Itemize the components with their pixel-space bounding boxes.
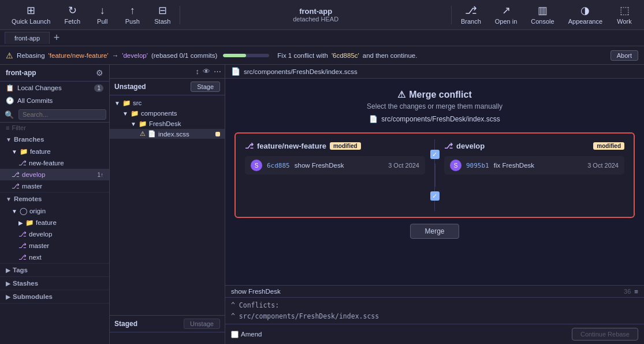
sidebar-remote-origin[interactable]: ▼ ◯ origin <box>0 205 109 217</box>
diff-area: show FreshDesk 36 ≡ ^ Conflicts: ^ src/c… <box>225 285 644 324</box>
appearance-button[interactable]: ◑ Appearance <box>561 3 609 27</box>
push-button[interactable]: ↑ Push <box>117 3 147 27</box>
rebase-arrow: → <box>112 52 119 59</box>
pull-icon: ↓ <box>100 5 105 16</box>
file-icon: 📄 <box>148 130 156 138</box>
components-folder-icon: 📁 <box>131 109 139 117</box>
file-panel-icons: ↕ 👁 ⋯ <box>196 67 222 76</box>
rebase-progress-fill <box>223 54 246 57</box>
eye-icon[interactable]: 👁 <box>203 67 210 76</box>
tags-header[interactable]: ▶ Tags <box>0 264 109 276</box>
remote-feature-icon: 📁 <box>25 219 33 227</box>
branches-chevron: ▼ <box>6 136 12 143</box>
console-button[interactable]: ▥ Console <box>524 3 561 27</box>
fetch-button[interactable]: ↻ Fetch <box>57 3 87 27</box>
left-commit-avatar: S <box>251 160 262 171</box>
branch-button[interactable]: ⎇ Branch <box>454 3 488 27</box>
remote-master-icon: ⎇ <box>18 242 27 250</box>
merge-button[interactable]: Merge <box>410 224 459 239</box>
continue-rebase-button[interactable]: Continue Rebase <box>572 328 638 341</box>
open-in-icon: ↗ <box>502 5 511 16</box>
merge-conflict-header: ⚠ Merge conflict Select the changes or m… <box>234 84 635 128</box>
freshdesk-chevron: ▼ <box>131 121 136 127</box>
rebase-commit-ref[interactable]: '6cd885c' <box>332 52 359 59</box>
stash-button[interactable]: ⊟ Stash <box>147 3 177 27</box>
sidebar-branch-new-feature[interactable]: ⎇ new-feature <box>0 157 109 169</box>
diff-menu-icon[interactable]: ≡ <box>634 288 638 295</box>
left-commit-hash: 6cd885 <box>267 162 290 169</box>
rebase-text-rebased: (rebased 0/1 commits) <box>151 52 217 59</box>
tabbar: front-app + <box>0 30 644 46</box>
repo-tab[interactable]: front-app <box>5 32 50 44</box>
remotes-group: ▼ Remotes ▼ ◯ origin ▶ 📁 feature ⎇ devel… <box>0 193 109 264</box>
left-branch-panel: ⎇ feature/new-feature modified S 6cd885 … <box>236 134 434 217</box>
file-warning-icon: ⚠ <box>140 130 146 138</box>
left-branch-icon: ⎇ <box>245 142 254 150</box>
submodules-group: ▶ Submodules <box>0 290 109 304</box>
sidebar-remote-master[interactable]: ⎇ master <box>0 240 109 251</box>
merge-file-icon: 📄 <box>369 115 378 123</box>
src-chevron: ▼ <box>114 100 120 106</box>
abort-button[interactable]: Abort <box>611 50 638 61</box>
merge-branches-container: ⎇ feature/new-feature modified S 6cd885 … <box>234 132 635 218</box>
main-layout: front-app ⚙ 📋 Local Changes 1 🕐 All Comm… <box>0 65 644 344</box>
remotes-header[interactable]: ▼ Remotes <box>0 193 109 205</box>
staged-header: Staged Unstage <box>110 316 225 332</box>
sort-icon[interactable]: ↕ <box>196 67 200 76</box>
sidebar-remote-next[interactable]: ⎇ next <box>0 251 109 263</box>
unstaged-label: Unstaged <box>114 83 146 91</box>
left-commit-date: 3 Oct 2024 <box>388 162 419 169</box>
branch-develop-icon: ⎇ <box>12 171 20 179</box>
right-commit-item: S 9095b1 fix FreshDesk 3 Oct 2024 <box>444 156 624 175</box>
search-input[interactable] <box>18 109 106 120</box>
fetch-icon: ↻ <box>68 5 77 16</box>
origin-chevron: ▼ <box>12 208 17 214</box>
stage-button[interactable]: Stage <box>191 82 220 92</box>
more-icon[interactable]: ⋯ <box>214 67 221 76</box>
sidebar-filter: ≡ Filter <box>0 123 109 133</box>
unstage-button[interactable]: Unstage <box>184 319 220 329</box>
sidebar-branch-develop[interactable]: ⎇ develop 1↑ <box>0 169 109 180</box>
src-folder[interactable]: ▼ 📁 src <box>110 98 225 108</box>
branches-group: ▼ Branches ▼ 📁 feature ⎇ new-feature ⎇ d… <box>0 133 109 193</box>
merge-conflict-file: 📄 src/components/FreshDesk/index.scss <box>369 115 500 123</box>
right-branch-icon: ⎇ <box>444 142 453 150</box>
sidebar-item-local-changes[interactable]: 📋 Local Changes 1 <box>0 82 109 94</box>
freshdesk-folder[interactable]: ▼ 📁 FreshDesk <box>110 119 225 129</box>
head-label: detached HEAD <box>293 16 338 23</box>
rebase-progress-bar <box>223 54 269 57</box>
amend-checkbox[interactable] <box>231 331 239 338</box>
branches-header[interactable]: ▼ Branches <box>0 133 109 146</box>
staged-section: Staged Unstage <box>110 315 225 344</box>
pull-button[interactable]: ↓ Pull <box>87 3 117 27</box>
settings-icon[interactable]: ⚙ <box>96 68 103 77</box>
stashes-header[interactable]: ▶ Stashes <box>0 277 109 290</box>
quick-launch-button[interactable]: ⊞ Quick Launch <box>5 3 57 27</box>
stashes-chevron: ▶ <box>6 280 10 287</box>
submodules-header[interactable]: ▶ Submodules <box>0 290 109 303</box>
filter-icon: ≡ <box>6 124 9 131</box>
amend-label[interactable]: Amend <box>231 331 262 338</box>
open-in-button[interactable]: ↗ Open in <box>488 3 524 27</box>
new-tab-button[interactable]: + <box>50 31 64 45</box>
branch-new-feature-icon: ⎇ <box>18 159 27 167</box>
sidebar-remote-feature[interactable]: ▶ 📁 feature <box>0 217 109 228</box>
file-path-icon: 📄 <box>231 67 240 76</box>
merge-warning-icon: ⚠ <box>397 89 405 100</box>
work-button[interactable]: ⬚ Work <box>609 3 639 27</box>
rebase-branch-from[interactable]: 'feature/new-feature' <box>49 52 109 59</box>
remote-next-icon: ⎇ <box>18 253 27 261</box>
merge-button-row: Merge <box>234 224 635 239</box>
rebase-branch-to[interactable]: 'develop' <box>122 52 148 59</box>
diff-line-1: ^ Conflicts: <box>231 300 638 310</box>
freshdesk-folder-icon: 📁 <box>139 120 147 128</box>
index-scss-file[interactable]: ⚠ 📄 index.scss <box>110 129 225 139</box>
components-folder[interactable]: ▼ 📁 components <box>110 108 225 119</box>
sidebar-branch-master[interactable]: ⎇ master <box>0 180 109 192</box>
sidebar-remote-develop[interactable]: ⎇ develop <box>0 228 109 240</box>
file-path-text: src/components/FreshDesk/index.scss <box>244 68 358 75</box>
local-changes-icon: 📋 <box>6 84 14 92</box>
rebase-banner: ⚠ Rebasing 'feature/new-feature' → 'deve… <box>0 46 644 65</box>
sidebar-branch-feature[interactable]: ▼ 📁 feature <box>0 146 109 157</box>
sidebar-item-all-commits[interactable]: 🕐 All Commits <box>0 94 109 107</box>
